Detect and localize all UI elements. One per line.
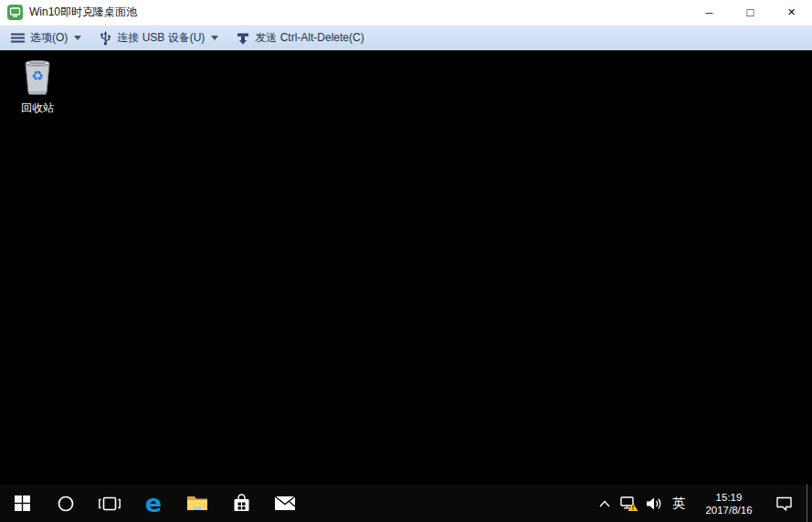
cortana-search-button[interactable] (44, 485, 88, 522)
file-explorer-button[interactable] (175, 485, 219, 522)
options-label: 选项(O) (30, 30, 68, 46)
show-desktop-button[interactable] (807, 485, 812, 522)
horizon-client-app-icon (7, 5, 23, 20)
taskbar: e (0, 485, 812, 522)
action-center-button[interactable] (766, 485, 801, 522)
minimize-button[interactable]: ─ (689, 0, 730, 25)
options-menu-button[interactable]: 选项(O) (6, 27, 86, 48)
hamburger-menu-icon (11, 33, 25, 43)
vdi-client-window: Win10即时克隆桌面池 ─ □ ✕ 选项(O) (0, 0, 812, 522)
send-keys-icon (237, 32, 249, 45)
remote-desktop[interactable]: ♻ 回收站 (0, 50, 812, 485)
action-center-icon (775, 495, 793, 512)
task-view-icon (99, 495, 121, 512)
close-button[interactable]: ✕ (771, 0, 812, 25)
start-button[interactable] (0, 485, 44, 522)
window-title: Win10即时克隆桌面池 (29, 5, 689, 20)
file-explorer-icon (186, 495, 208, 512)
mail-icon (274, 495, 296, 511)
store-button[interactable] (219, 485, 263, 522)
recycle-bin-icon: ♻ (19, 56, 56, 97)
client-toolbar: 选项(O) 连接 USB 设备(U) (0, 26, 812, 50)
connect-usb-button[interactable]: 连接 USB 设备(U) (95, 27, 223, 48)
clock-date: 2017/8/16 (697, 504, 761, 517)
input-language-indicator[interactable]: 英 (666, 485, 691, 522)
store-icon (232, 494, 251, 513)
show-hidden-icons-button[interactable] (593, 485, 617, 522)
caption-buttons: ─ □ ✕ (689, 0, 812, 25)
clock-time: 15:19 (697, 491, 761, 504)
cortana-circle-icon (57, 495, 75, 513)
send-ctrl-alt-delete-label: 发送 Ctrl-Alt-Delete(C) (255, 30, 364, 46)
maximize-button[interactable]: □ (730, 0, 771, 25)
network-warning-icon (619, 495, 638, 512)
edge-icon: e (145, 491, 162, 516)
edge-browser-button[interactable]: e (132, 485, 175, 522)
usb-icon (100, 31, 111, 46)
connect-usb-label: 连接 USB 设备(U) (117, 30, 205, 46)
title-bar: Win10即时克隆桌面池 ─ □ ✕ (0, 0, 812, 26)
task-view-button[interactable] (88, 485, 132, 522)
chevron-down-icon (211, 36, 218, 40)
mail-button[interactable] (263, 485, 307, 522)
system-tray: 英 15:19 2017/8/16 (593, 485, 812, 522)
taskbar-clock[interactable]: 15:19 2017/8/16 (697, 491, 761, 517)
recycle-bin-desktop-icon[interactable]: ♻ 回收站 (9, 56, 66, 116)
chevron-up-icon (599, 500, 610, 507)
network-status-button[interactable] (617, 485, 641, 522)
svg-text:♻: ♻ (31, 68, 43, 83)
speaker-icon (646, 496, 662, 511)
volume-button[interactable] (641, 485, 666, 522)
windows-logo-icon (15, 495, 30, 511)
chevron-down-icon (74, 36, 81, 40)
taskbar-left: e (0, 485, 593, 522)
recycle-bin-label: 回收站 (21, 101, 54, 116)
send-ctrl-alt-delete-button[interactable]: 发送 Ctrl-Alt-Delete(C) (232, 27, 368, 48)
